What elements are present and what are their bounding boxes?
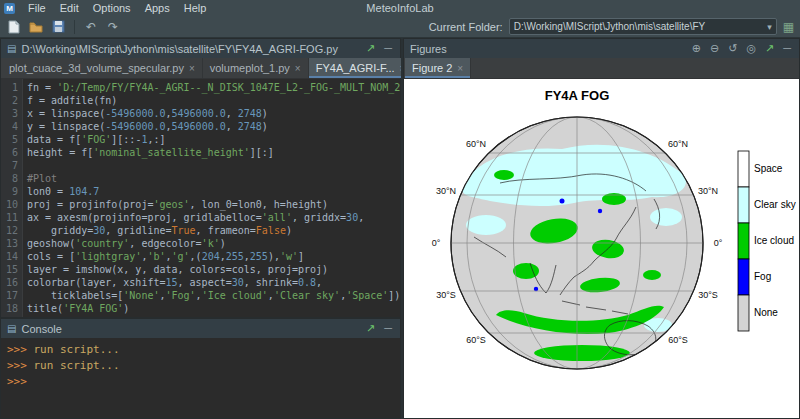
code-text: proj = projinfo(proj='geos', lon_0=lon0,… [23, 198, 400, 211]
colorbar-label: Fog [754, 271, 771, 282]
code-line: 10proj = projinfo(proj='geos', lon_0=lon… [1, 198, 400, 211]
full-extent-icon[interactable]: ◎ [744, 39, 758, 58]
lat-label: 30°N [436, 186, 456, 196]
colorbar-segment [738, 223, 749, 259]
figure-canvas[interactable]: FY4A FOG [404, 79, 799, 418]
zoom-reset-icon[interactable]: ↺ [726, 39, 739, 58]
code-line: 7 [1, 159, 400, 172]
code-text: ax = axesm(projinfo=proj, gridlabelloc='… [23, 211, 400, 224]
fog-region [534, 287, 538, 291]
code-line: 2f = addfile(fn) [1, 94, 400, 107]
menu-item-options[interactable]: Options [86, 1, 138, 15]
colorbar-segment [738, 259, 749, 295]
current-folder-combobox[interactable]: D:\Working\MIScript\Jython\mis\satellite… [509, 18, 777, 35]
redo-button[interactable]: ↷ [105, 19, 121, 35]
console-icon: ▤ [7, 323, 16, 334]
document-icon: ▤ [7, 43, 16, 54]
hide-panel-icon[interactable]: ─ [781, 39, 793, 58]
code-text: cols = ['lightgray','b','g',(204,255,255… [23, 250, 400, 263]
code-line: 14cols = ['lightgray','b','g',(204,255,2… [1, 250, 400, 263]
code-line: 8#Plot [1, 172, 400, 185]
left-column: ▤ D:\Working\MIScript\Jython\mis\satelli… [0, 38, 401, 419]
line-number: 14 [1, 250, 23, 263]
code-line: 4y = linspace(-5496000.0,5496000.0, 2748… [1, 120, 400, 133]
colorbar [738, 151, 749, 331]
menu-item-file[interactable]: File [21, 1, 53, 15]
redo-icon: ↷ [108, 19, 118, 35]
colorbar-label: None [754, 307, 778, 318]
editor-panel: ▤ D:\Working\MIScript\Jython\mis\satelli… [0, 38, 401, 318]
console-prompt: >>> [7, 375, 27, 388]
code-text: lon0 = 104.7 [23, 185, 400, 198]
line-number: 8 [1, 172, 23, 185]
console-line: >>> run script... [7, 358, 394, 374]
code-line: 11ax = axesm(projinfo=proj, gridlabelloc… [1, 211, 400, 224]
current-folder-value: D:\Working\MIScript\Jython\mis\satellite… [514, 21, 763, 32]
code-text [23, 159, 400, 172]
menu-item-apps[interactable]: Apps [138, 1, 177, 15]
code-editor[interactable]: 1fn = 'D:/Temp/FY/FY4A-_AGRI--_N_DISK_10… [1, 79, 400, 317]
undo-button[interactable]: ↶ [83, 19, 99, 35]
figures-title: Figures [410, 43, 685, 55]
console-input-area[interactable]: >>> run script...>>> run script...>>> [1, 338, 400, 418]
console-panel: ▤ Console ↗ ─ >>> run script...>>> run s… [0, 318, 401, 419]
menu-item-help[interactable]: Help [177, 1, 214, 15]
code-text: data = f['FOG'][::-1,:] [23, 133, 400, 146]
editor-tab[interactable]: volumeplot_1.py× [203, 58, 309, 78]
figure-tab[interactable]: Figure 2 × [405, 58, 471, 78]
new-file-button[interactable] [6, 19, 22, 35]
colorbar-labels: Space Clear sky Ice cloud Fog None [754, 163, 796, 318]
clear-sky-region [466, 215, 506, 235]
new-file-icon [8, 20, 20, 34]
workspace-icon[interactable]: ▦ [783, 20, 794, 34]
editor-tab-label: FY4A_AGRI-F... [316, 62, 395, 74]
float-panel-icon[interactable]: ↗ [364, 39, 377, 58]
figure-title: FY4A FOG [545, 88, 610, 103]
chevron-down-icon[interactable]: ▾ [763, 22, 772, 32]
menu-item-edit[interactable]: Edit [53, 1, 86, 15]
lat-label: 60°N [466, 139, 486, 149]
fog-region [598, 209, 602, 213]
ice-cloud-region [494, 170, 514, 180]
close-tab-icon[interactable]: × [457, 63, 463, 74]
colorbar-segment [738, 187, 749, 223]
code-line: 18title('FY4A FOG') [1, 302, 400, 315]
hide-panel-icon[interactable]: ─ [382, 39, 394, 58]
ice-cloud-region [643, 270, 661, 280]
line-number: 3 [1, 107, 23, 120]
editor-tab[interactable]: FY4A_AGRI-F...× [309, 58, 414, 78]
fog-region [560, 199, 565, 204]
app-logo-icon: M [4, 3, 15, 14]
console-prompt: >>> [7, 343, 27, 356]
open-file-button[interactable] [28, 19, 44, 35]
line-number: 11 [1, 211, 23, 224]
code-lines: 1fn = 'D:/Temp/FY/FY4A-_AGRI--_N_DISK_10… [1, 81, 400, 315]
code-text: geoshow('country', edgecolor='k') [23, 237, 400, 250]
zoom-out-icon[interactable]: ⊖ [708, 39, 721, 58]
current-folder-zone: Current Folder: D:\Working\MIScript\Jyth… [429, 18, 794, 35]
zoom-in-icon[interactable]: ⊕ [690, 39, 703, 58]
close-tab-icon[interactable]: × [295, 63, 301, 74]
save-button[interactable] [50, 19, 66, 35]
float-panel-icon[interactable]: ↗ [364, 319, 377, 338]
line-number: 10 [1, 198, 23, 211]
editor-tabs: plot_cuace_3d_volume_specular.py×volumep… [1, 58, 400, 79]
editor-file-path: D:\Working\MIScript\Jython\mis\satellite… [21, 43, 359, 55]
close-tab-icon[interactable]: × [189, 63, 195, 74]
code-line: 16colorbar(layer, xshift=15, aspect=30, … [1, 276, 400, 289]
code-text: title('FY4A FOG') [23, 302, 400, 315]
line-number: 17 [1, 289, 23, 302]
hide-panel-icon[interactable]: ─ [382, 319, 394, 338]
toolbar: ↶ ↷ Current Folder: D:\Working\MIScript\… [0, 16, 800, 38]
line-number: 9 [1, 185, 23, 198]
console-lines: >>> run script...>>> run script...>>> [7, 342, 394, 390]
float-panel-icon[interactable]: ↗ [763, 39, 776, 58]
editor-title-bar: ▤ D:\Working\MIScript\Jython\mis\satelli… [1, 39, 400, 58]
menu-items: FileEditOptionsAppsHelp [21, 1, 213, 15]
undo-icon: ↶ [86, 19, 96, 35]
line-number: 5 [1, 133, 23, 146]
editor-tab-label: plot_cuace_3d_volume_specular.py [9, 62, 184, 74]
editor-tab[interactable]: plot_cuace_3d_volume_specular.py× [2, 58, 203, 78]
figures-title-bar: Figures ⊕ ⊖ ↺ ◎ ↗ ─ [404, 39, 799, 58]
line-number: 7 [1, 159, 23, 172]
